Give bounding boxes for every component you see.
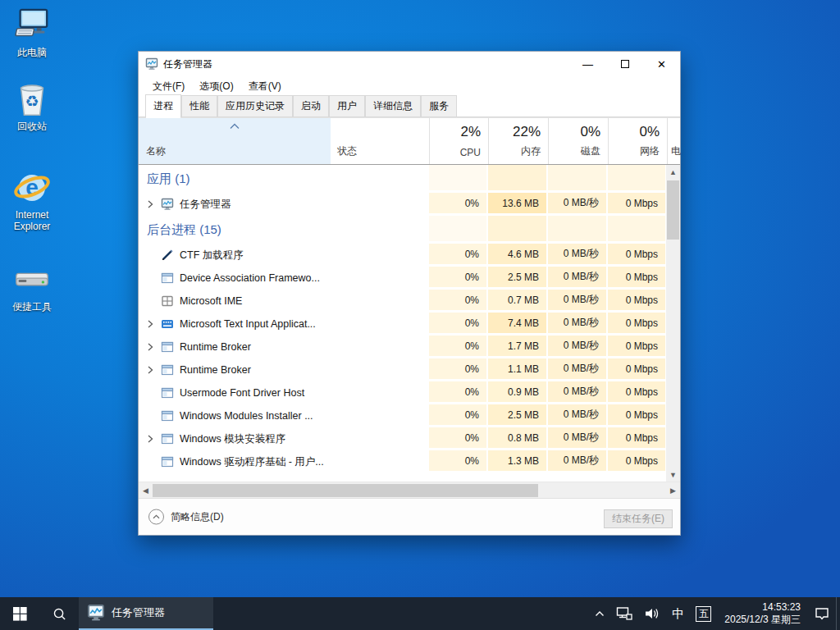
desktop-icon-label: Internet Explorer <box>6 209 58 232</box>
horizontal-scrollbar[interactable]: ◀ ▶ <box>139 482 680 498</box>
scroll-down-icon[interactable]: ▼ <box>666 468 680 482</box>
this-pc-icon <box>6 7 58 44</box>
process-row[interactable]: 0%13.6 MB0 MB/秒0 Mbps 任务管理器 <box>139 193 668 216</box>
expand-chevron-icon[interactable] <box>144 433 156 445</box>
tab-详细信息[interactable]: 详细信息 <box>365 95 421 117</box>
desktop-icon-recycle-bin[interactable]: ♻ 回收站 <box>6 80 58 132</box>
minimize-button[interactable]: — <box>569 52 606 76</box>
column-header-内存[interactable]: 22%内存 <box>488 118 548 164</box>
ime-icon <box>161 294 174 308</box>
cell-net: 0 Mbps <box>608 336 667 358</box>
cell-mem <box>488 165 548 193</box>
scroll-up-icon[interactable]: ▲ <box>666 165 680 179</box>
action-center-icon <box>814 606 830 621</box>
column-header-CPU[interactable]: 2%CPU <box>429 118 488 164</box>
menu-item[interactable]: 选项(O) <box>192 78 240 95</box>
clock-time: 14:53:23 <box>724 601 801 614</box>
expand-chevron-icon[interactable] <box>144 364 156 376</box>
process-row[interactable]: 0%0.9 MB0 MB/秒0 Mbps Usermode Font Drive… <box>139 381 668 404</box>
cell-net: 0 Mbps <box>608 290 667 313</box>
window-icon <box>161 340 174 354</box>
expand-chevron-icon[interactable] <box>144 199 156 210</box>
column-header-网络[interactable]: 0%网络 <box>608 118 667 164</box>
window-icon <box>161 386 174 399</box>
tab-进程[interactable]: 进程 <box>145 94 181 117</box>
column-header-power-partial[interactable]: 电 <box>667 118 682 164</box>
volume-tray-icon[interactable] <box>638 597 666 630</box>
fewer-details-toggle[interactable]: 简略信息(D) <box>148 509 224 525</box>
window-icon <box>161 272 174 285</box>
cell-disk: 0 MB/秒 <box>548 193 608 216</box>
search-button[interactable] <box>39 597 79 630</box>
scroll-right-icon[interactable]: ▶ <box>666 482 680 498</box>
cell-net: 0 Mbps <box>608 267 667 290</box>
show-desktop-button[interactable] <box>836 597 840 630</box>
footer-bar: 简略信息(D) 结束任务(E) <box>139 498 680 535</box>
process-row[interactable]: 0%1.1 MB0 MB/秒0 Mbps Runtime Broker <box>139 358 668 381</box>
vertical-scrollbar-thumb[interactable] <box>667 180 679 240</box>
process-row[interactable]: 0%1.3 MB0 MB/秒0 Mbps Windows 驱动程序基础 - 用户… <box>139 450 668 473</box>
process-name: Device Association Framewo... <box>180 272 320 284</box>
process-row[interactable]: 0%7.4 MB0 MB/秒0 Mbps Microsoft Text Inpu… <box>139 313 668 336</box>
column-header-name[interactable]: 名称 <box>139 118 331 164</box>
tab-性能[interactable]: 性能 <box>181 95 217 117</box>
group-header-label: 应用 (1) <box>147 171 190 187</box>
cell-mem: 0.9 MB <box>488 381 548 404</box>
ime-mode-indicator[interactable]: 五 <box>690 597 717 630</box>
cell-mem <box>488 216 548 244</box>
maximize-button[interactable] <box>606 52 643 76</box>
menu-item[interactable]: 查看(V) <box>241 78 289 95</box>
title-bar[interactable]: 任务管理器 — ✕ <box>139 52 680 76</box>
process-name: Usermode Font Driver Host <box>180 387 304 399</box>
sort-ascending-icon <box>139 121 331 132</box>
group-header-row[interactable]: 后台进程 (15) <box>139 216 668 244</box>
process-row[interactable]: 0%0.8 MB0 MB/秒0 Mbps Windows 模块安装程序 <box>139 427 668 450</box>
menu-item[interactable]: 文件(F) <box>145 78 192 95</box>
process-row[interactable]: 0%1.7 MB0 MB/秒0 Mbps Runtime Broker <box>139 336 668 358</box>
cell-cpu: 0% <box>429 290 488 313</box>
tab-应用历史记录[interactable]: 应用历史记录 <box>217 95 293 117</box>
cell-mem: 1.3 MB <box>488 450 548 473</box>
cell-disk: 0 MB/秒 <box>548 290 608 313</box>
keyboard-icon <box>161 317 174 331</box>
start-button[interactable] <box>0 597 39 630</box>
action-center-button[interactable] <box>808 597 836 630</box>
column-header-磁盘[interactable]: 0%磁盘 <box>548 118 608 164</box>
process-row[interactable]: 0%0.7 MB0 MB/秒0 Mbps Microsoft IME <box>139 290 668 313</box>
desktop-icon-tools-drive[interactable]: 便捷工具 <box>6 261 58 313</box>
expand-chevron-icon[interactable] <box>144 341 156 353</box>
tray-expand-button[interactable] <box>589 597 610 630</box>
desktop-icon-this-pc[interactable]: 此电脑 <box>6 7 58 58</box>
column-label: 磁盘 <box>581 144 600 158</box>
cell-net: 0 Mbps <box>608 244 667 267</box>
expand-chevron-icon[interactable] <box>144 318 156 330</box>
end-task-button[interactable]: 结束任务(E) <box>604 509 673 528</box>
process-row[interactable]: 0%4.6 MB0 MB/秒0 Mbps CTF 加载程序 <box>139 244 668 267</box>
taskbar-app-task-manager[interactable]: 任务管理器 <box>79 597 213 630</box>
process-row[interactable]: 0%2.5 MB0 MB/秒0 Mbps Windows Modules Ins… <box>139 404 668 427</box>
window-icon <box>161 455 174 468</box>
process-list: 应用 (1)0%13.6 MB0 MB/秒0 Mbps 任务管理器后台进程 (1… <box>139 165 680 482</box>
ime-language-indicator[interactable]: 中 <box>666 597 690 630</box>
scroll-left-icon[interactable]: ◀ <box>139 482 153 498</box>
chevron-up-icon <box>148 509 164 525</box>
group-header-label: 后台进程 (15) <box>147 222 221 238</box>
network-tray-icon[interactable] <box>610 597 638 630</box>
process-name: Runtime Broker <box>180 364 251 376</box>
cell-net: 0 Mbps <box>608 193 667 216</box>
window-title: 任务管理器 <box>163 57 569 71</box>
taskbar-clock[interactable]: 14:53:23 2025/12/3 星期三 <box>717 597 808 630</box>
desktop-icon-internet-explorer[interactable]: e Internet Explorer <box>6 169 58 232</box>
cell-disk: 0 MB/秒 <box>548 336 608 358</box>
tab-用户[interactable]: 用户 <box>329 95 365 117</box>
vertical-scrollbar[interactable]: ▲ ▼ <box>666 165 680 482</box>
horizontal-scrollbar-thumb[interactable] <box>153 484 538 497</box>
tab-服务[interactable]: 服务 <box>421 95 457 117</box>
column-header-status[interactable]: 状态 <box>331 118 429 164</box>
close-button[interactable]: ✕ <box>643 52 680 76</box>
group-header-row[interactable]: 应用 (1) <box>139 165 668 193</box>
process-row[interactable]: 0%2.5 MB0 MB/秒0 Mbps Device Association … <box>139 267 668 290</box>
column-label: 网络 <box>640 144 660 158</box>
tab-启动[interactable]: 启动 <box>293 95 329 117</box>
cell-disk: 0 MB/秒 <box>548 267 608 290</box>
